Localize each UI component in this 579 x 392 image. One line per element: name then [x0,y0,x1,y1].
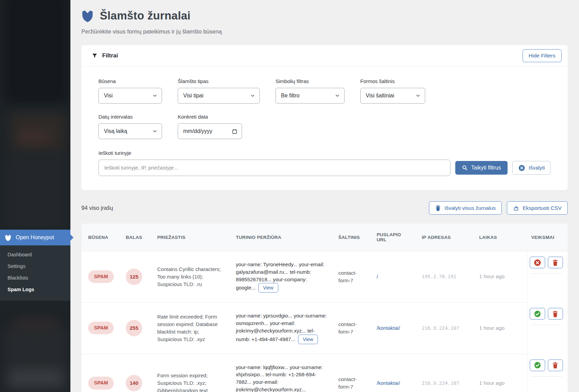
clear-filters-button[interactable]: Išvalyti [512,161,551,175]
action-buttons [530,257,563,268]
page-url-link[interactable]: / [377,274,378,280]
chevron-down-icon [152,93,158,98]
chevron-down-icon [415,93,421,98]
content-preview-cell: your-name: yprsuvdgio... your-surname: o… [229,302,332,353]
status-cell: SPAM [81,312,119,344]
content-preview-text: your-name: TyroneHeedy... your-email: ga… [236,261,324,290]
export-csv-button[interactable]: Eksportuoti CSV [507,201,568,215]
sidebar-menu-label: Open Honeypot [16,234,54,241]
page-subtitle: Peržiūrėkite visus formų pateikimus ir j… [81,28,568,35]
sidebar-item-spam-logs[interactable]: Spam Logs [0,284,70,295]
action-buttons [530,360,563,371]
source-text: contact-form-7 [332,366,370,392]
trash-icon [552,310,558,317]
score-badge: 125 [126,269,142,285]
specific-date-input[interactable]: mm/dd/yyyy [178,123,242,139]
reason-text: Rate limit exceeded; Form session expire… [150,303,229,352]
delete-log-button[interactable] [548,308,563,320]
ip-address: 195.2.78.191 [415,263,472,289]
col-header-reason: PRIEŽASTIS [150,226,229,248]
page-url-link[interactable]: /kontaktai/ [377,380,400,386]
ip-address: 216.9.224.107 [415,370,472,392]
funnel-icon [92,53,98,59]
approve-button[interactable] [530,360,545,371]
search-icon [462,165,468,171]
apply-filters-button[interactable]: Taikyti filtrus [455,161,508,175]
content-preview-text: your-name: lqqfjfioxw... your-surname: x… [236,364,323,392]
actions-divider [531,273,562,274]
actions-divider [531,325,562,325]
sidebar-item-dashboard[interactable]: Dashboard [0,249,70,260]
main-content: Šlamšto žurnalai Peržiūrėkite visus form… [70,0,579,392]
col-header-time: LAIKAS [472,226,523,248]
delete-log-button[interactable] [548,257,563,268]
content-preview-cell: your-name: TyroneHeedy... your-email: ga… [229,251,332,302]
score-cell: 255 [119,310,150,346]
actions-cell [527,251,568,302]
table-toolbar: 94 viso įrašų Išvalyti visus žurnalus Ek… [81,201,568,215]
shield-icon [81,9,94,23]
status-badge: SPAM [88,270,114,283]
time-ago: 1 hour ago [472,315,527,341]
spam-type-filter-select[interactable]: Visi tipai [178,88,260,104]
status-cell: SPAM [81,367,119,392]
trash-icon [552,362,558,369]
green-check-circle-icon [534,361,541,369]
table-body: SPAM 125 Contains Cyrillic characters; T… [81,251,568,392]
col-header-status: BŪSENA [81,226,119,248]
status-badge: SPAM [88,322,114,334]
view-button[interactable]: View [258,283,278,293]
green-check-circle-icon [534,310,541,318]
page-header: Šlamšto žurnalai [81,9,568,23]
score-badge: 140 [126,375,142,391]
action-buttons [530,308,563,320]
sidebar-item-blacklists[interactable]: Blacklists [0,272,70,284]
clear-all-logs-button[interactable]: Išvalyti visus žurnalus [429,201,502,215]
filters-panel-title: Filtrai [102,52,118,59]
actions-cell [527,354,568,392]
symbol-filter-select[interactable]: Be filtro [275,88,345,104]
sidebar-item-settings[interactable]: Settings [0,260,70,272]
date-range-filter-select[interactable]: Visą laiką [98,123,162,139]
date-range-filter-label: Datų intervalas [98,114,162,120]
admin-sidebar: Open Honeypot Dashboard Settings Blackli… [0,0,70,392]
ip-address: 216.9.224.107 [415,315,472,341]
search-input[interactable] [98,160,450,176]
form-source-filter-select[interactable]: Visi šaltiniai [360,88,425,104]
hide-filters-button[interactable]: Hide Filters [523,49,562,62]
approve-button[interactable] [530,308,545,320]
score-badge: 255 [126,320,142,336]
calendar-icon [232,129,238,134]
table-row: SPAM 140 Form session expired; Suspiciou… [81,354,568,392]
spam-type-filter-label: Šlamšto tipas [178,78,260,84]
time-ago: 1 hour ago [472,370,527,392]
col-header-score: BALAS [119,226,150,248]
total-records-count: 94 viso įrašų [81,205,113,211]
blue-x-circle-icon [518,164,525,172]
blurred-admin-menu [0,0,70,392]
col-header-actions: VEIKSMAI [523,224,568,251]
sidebar-item-open-honeypot[interactable]: Open Honeypot [0,230,70,245]
chevron-down-icon [152,129,158,134]
view-button[interactable]: View [298,335,318,344]
trash-icon [552,259,558,266]
spam-logs-table: BŪSENA BALAS PRIEŽASTIS TURINIO PERŽIŪRA… [81,224,568,392]
trash-icon [435,205,441,211]
col-header-page-url: PUSLAPIO URL [370,224,415,251]
open-honeypot-menu: Open Honeypot Dashboard Settings Blackli… [0,230,70,301]
delete-log-button[interactable] [548,360,563,371]
content-preview-cell: your-name: lqqfjfioxw... your-surname: x… [229,354,332,392]
actions-divider [531,376,562,377]
shield-icon [5,234,11,241]
page-url-link[interactable]: /kontaktai/ [377,325,400,331]
form-source-filter-label: Formos šaltinis [360,78,425,84]
table-header: BŪSENA BALAS PRIEŽASTIS TURINIO PERŽIŪRA… [81,224,568,251]
filters-panel: Filtrai Hide Filters Būsena Visi [81,45,568,190]
col-header-preview: TURINIO PERŽIŪRA [229,226,332,248]
status-filter-select[interactable]: Visi [98,88,162,104]
block-ip-button[interactable] [530,257,545,268]
search-label: Ieškoti turinyje [98,150,551,156]
chevron-down-icon [250,93,255,98]
actions-cell [527,302,568,354]
chevron-down-icon [335,93,340,98]
